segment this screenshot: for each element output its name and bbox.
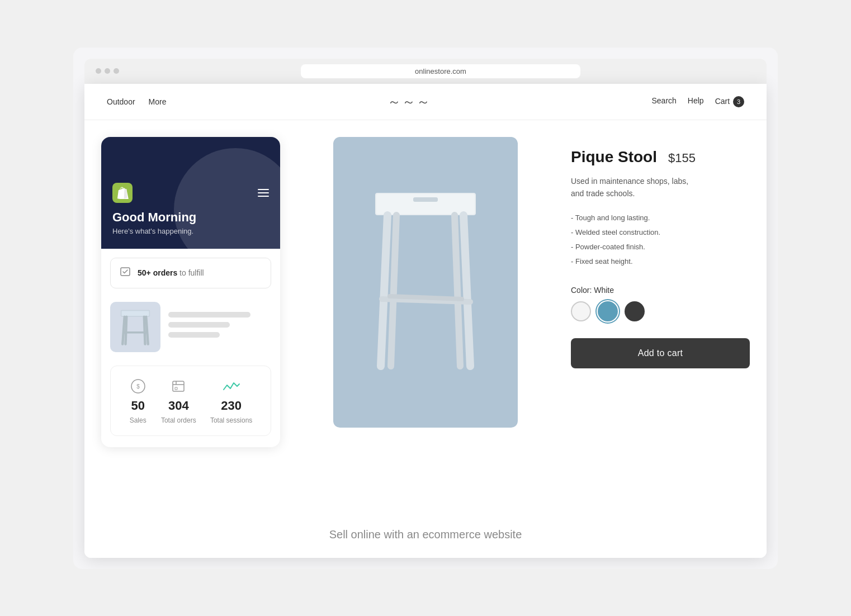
stat-total-orders: 304 Total orders — [161, 377, 196, 424]
shopify-admin-panel: Good Morning Here's what's happening. 50… — [101, 137, 280, 447]
product-title-row: Pique Stool $155 — [571, 148, 750, 166]
product-image-area — [297, 137, 571, 495]
greeting-subtitle: Here's what's happening. — [112, 227, 196, 235]
svg-line-19 — [455, 215, 460, 366]
nav-search[interactable]: Search — [652, 96, 677, 107]
product-info-lines — [168, 312, 271, 342]
product-info-line-3 — [168, 332, 220, 338]
feature-4: - Fixed seat height. — [571, 254, 750, 269]
orders-stat-label: Total orders — [161, 416, 196, 424]
product-thumbnail — [110, 302, 160, 352]
main-content: Good Morning Here's what's happening. 50… — [84, 120, 767, 511]
shopify-greeting: Good Morning Here's what's happening. — [112, 210, 196, 235]
stat-sales: $ 50 Sales — [129, 377, 147, 424]
shopify-menu-button[interactable] — [258, 189, 269, 197]
browser-dot-2 — [105, 68, 110, 74]
product-name: Pique Stool — [571, 148, 657, 166]
stats-row: $ 50 Sales — [110, 366, 271, 436]
stool-image-container — [333, 137, 518, 428]
orders-bar[interactable]: 50+ orders to fulfill — [110, 258, 271, 288]
color-swatches — [571, 301, 750, 321]
product-details: Pique Stool $155 Used in maintenance sho… — [571, 137, 750, 495]
orders-count: 50+ orders — [138, 268, 177, 277]
color-swatch-white[interactable] — [571, 301, 591, 321]
outer-wrapper: onlinestore.com Outdoor More ～～～ Search … — [73, 48, 778, 569]
store-logo-wave: ～～～ — [387, 93, 431, 111]
shopify-logo — [112, 183, 133, 203]
svg-line-6 — [144, 316, 145, 344]
browser-window: Outdoor More ～～～ Search Help Cart 3 — [84, 84, 767, 558]
sessions-value: 230 — [221, 399, 242, 413]
feature-1: - Tough and long lasting. — [571, 211, 750, 225]
sessions-label: Total sessions — [210, 416, 252, 424]
sales-label: Sales — [130, 416, 146, 424]
color-swatch-dark[interactable] — [625, 301, 645, 321]
orders-value: 304 — [168, 399, 189, 413]
svg-line-18 — [391, 215, 396, 366]
svg-line-21 — [390, 296, 462, 299]
feature-2: - Welded steel construction. — [571, 225, 750, 240]
product-info-line-2 — [168, 322, 230, 328]
store-nav-right: Search Help Cart 3 — [652, 96, 745, 107]
nav-outdoor[interactable]: Outdoor — [107, 97, 135, 106]
orders-label: to fulfill — [179, 268, 204, 277]
feature-3: - Powder-coated finish. — [571, 240, 750, 254]
color-swatch-blue[interactable] — [598, 301, 618, 321]
sales-icon: $ — [129, 377, 147, 395]
greeting-title: Good Morning — [112, 210, 196, 225]
store-nav-left: Outdoor More — [107, 97, 167, 106]
svg-line-17 — [464, 215, 470, 366]
svg-line-3 — [122, 316, 125, 344]
svg-text:$: $ — [136, 383, 140, 390]
bottom-tagline: Sell online with an ecommerce website — [84, 511, 767, 558]
nav-cart[interactable]: Cart 3 — [715, 96, 744, 107]
cart-count: 3 — [733, 96, 744, 107]
orders-bar-icon — [120, 266, 131, 280]
nav-more[interactable]: More — [149, 97, 167, 106]
browser-dot-1 — [96, 68, 101, 74]
product-price: $155 — [668, 151, 696, 165]
svg-line-5 — [126, 316, 127, 344]
url-bar[interactable]: onlinestore.com — [301, 64, 580, 78]
svg-line-16 — [381, 215, 387, 366]
store-nav: Outdoor More ～～～ Search Help Cart 3 — [84, 84, 767, 120]
svg-rect-14 — [376, 194, 475, 214]
store-logo-area: ～～～ — [167, 93, 652, 111]
stat-total-sessions: 230 Total sessions — [210, 377, 252, 424]
sales-value: 50 — [131, 399, 144, 413]
orders-icon — [169, 377, 187, 395]
product-info-line-1 — [168, 312, 250, 318]
svg-line-4 — [146, 316, 148, 344]
product-features: - Tough and long lasting. - Welded steel… — [571, 211, 750, 269]
svg-rect-10 — [173, 381, 184, 391]
browser-chrome: onlinestore.com — [84, 59, 767, 84]
add-to-cart-button[interactable]: Add to cart — [571, 338, 750, 368]
browser-dot-3 — [114, 68, 119, 74]
product-color-label: Color: White — [571, 286, 750, 295]
svg-rect-15 — [413, 197, 438, 202]
shopify-header: Good Morning Here's what's happening. — [101, 137, 280, 249]
admin-product-card — [110, 297, 271, 357]
sessions-icon — [223, 377, 240, 395]
product-description: Used in maintenance shops, labs,and trad… — [571, 175, 750, 200]
nav-help[interactable]: Help — [688, 96, 704, 107]
browser-dots — [96, 68, 119, 74]
svg-rect-2 — [122, 311, 149, 316]
